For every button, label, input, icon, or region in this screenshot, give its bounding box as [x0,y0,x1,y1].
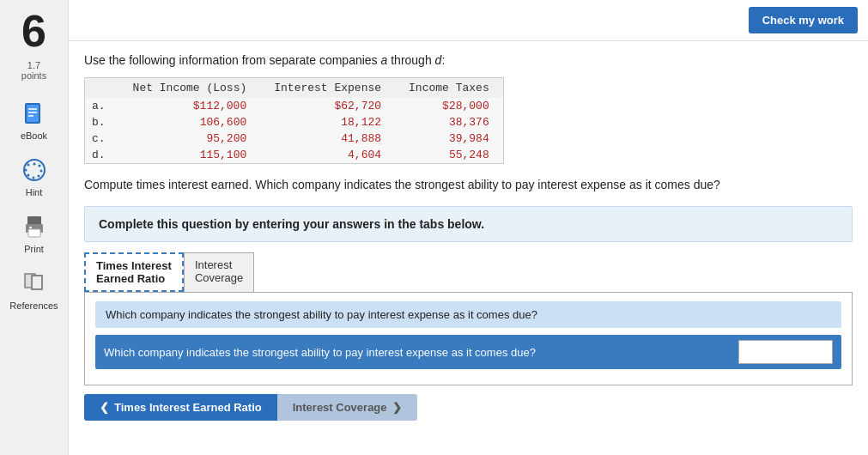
row-d-interest-expense: 4,604 [260,147,395,164]
svg-point-12 [24,169,27,172]
tab-times-interest-earned-ratio[interactable]: Times InterestEarned Ratio [84,252,184,292]
content-area: Use the following information from separ… [69,41,868,455]
svg-point-8 [39,170,42,173]
svg-point-6 [33,163,35,166]
answer-row: Which company indicates the strongest ab… [95,335,841,369]
row-a-interest-expense: $62,720 [260,98,395,114]
row-a-net-income: $112,000 [119,98,261,114]
row-c-label: c. [85,130,119,147]
row-a-label: a. [85,98,119,114]
references-icon [18,268,49,299]
hint-label: Hint [26,187,43,197]
sidebar-item-print[interactable]: Print [19,211,50,254]
row-b-interest-expense: 18,122 [260,114,395,130]
col-header-interest-expense: Interest Expense [260,78,395,99]
sidebar-item-references[interactable]: References [9,268,58,311]
next-tab-button[interactable]: Interest Coverage ❯ [277,394,417,421]
row-c-income-taxes: 39,984 [395,130,503,147]
tab-content-area: Which company indicates the strongest ab… [84,293,853,385]
col-header-net-income: Net Income (Loss) [119,78,261,99]
svg-rect-16 [28,229,40,237]
answer-input[interactable] [738,340,833,364]
table-row: c. 95,200 41,888 39,984 [85,130,504,147]
compute-text: Compute times interest earned. Which com… [84,176,853,194]
next-button-label: Interest Coverage [293,401,387,414]
table-row: a. $112,000 $62,720 $28,000 [85,98,504,114]
next-chevron-icon: ❯ [392,401,402,414]
table-row: b. 106,600 18,122 38,376 [85,114,504,130]
intro-text: Use the following information from separ… [84,53,853,67]
row-b-net-income: 106,600 [119,114,261,130]
info-box: Complete this question by entering your … [84,206,853,242]
svg-point-7 [38,165,40,167]
points-label: 1.7 points [21,60,46,81]
ebook-icon [19,98,50,129]
svg-rect-17 [29,227,32,228]
hint-icon [19,155,50,185]
svg-rect-1 [27,105,39,122]
print-label: Print [24,244,44,254]
sidebar-item-hint[interactable]: Hint [19,155,50,197]
tab-question: Which company indicates the strongest ab… [95,301,841,328]
main-content: Check my work Use the following informat… [69,0,868,455]
col-header-income-taxes: Income Taxes [395,78,503,99]
answer-label: Which company indicates the strongest ab… [104,346,738,359]
svg-point-9 [37,175,39,178]
data-table: Net Income (Loss) Interest Expense Incom… [84,77,504,164]
table-row: d. 115,100 4,604 55,248 [85,147,504,164]
svg-point-10 [32,177,34,179]
svg-rect-21 [33,276,41,288]
svg-point-13 [27,164,29,167]
row-b-income-taxes: 38,376 [395,114,503,130]
topbar: Check my work [69,0,868,41]
question-number: 6 [21,9,46,53]
print-icon [19,211,50,242]
references-label: References [9,300,58,311]
row-d-income-taxes: 55,248 [395,147,503,164]
row-d-net-income: 115,100 [119,147,261,164]
prev-chevron-icon: ❮ [100,401,109,414]
tab-interest-coverage[interactable]: InterestCoverage [184,252,254,292]
svg-point-11 [27,174,29,177]
col-header-label [85,78,119,99]
sidebar-item-ebook[interactable]: eBook [19,98,50,141]
prev-tab-button[interactable]: ❮ Times Interest Earned Ratio [84,394,277,421]
row-c-interest-expense: 41,888 [260,130,395,147]
check-my-work-button[interactable]: Check my work [749,7,858,33]
row-c-net-income: 95,200 [119,130,261,147]
navigation-buttons: ❮ Times Interest Earned Ratio Interest C… [84,394,853,421]
sidebar: 6 1.7 points eBook [0,0,69,455]
row-d-label: d. [85,147,119,164]
ebook-label: eBook [21,130,47,141]
tabs-row: Times InterestEarned Ratio InterestCover… [84,252,853,293]
row-a-income-taxes: $28,000 [395,98,503,114]
row-b-label: b. [85,114,119,130]
prev-button-label: Times Interest Earned Ratio [114,401,262,414]
